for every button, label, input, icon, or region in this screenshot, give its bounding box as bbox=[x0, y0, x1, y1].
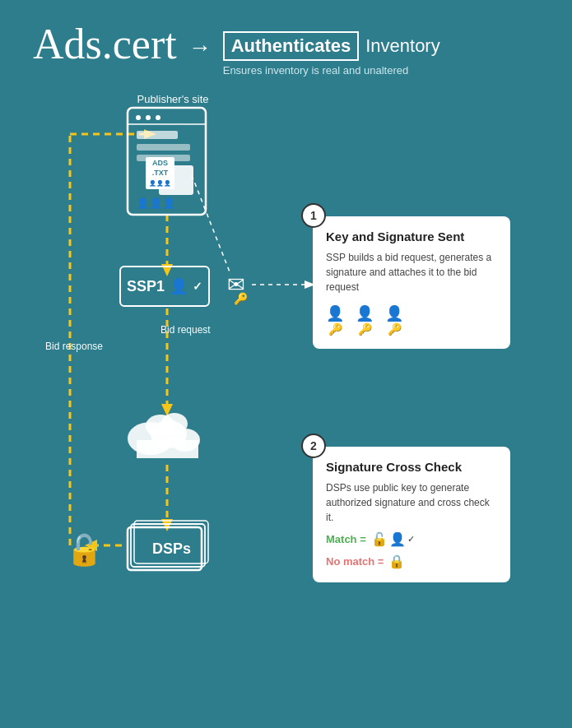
diagram: 👤 👤 👤 DSPs Publisher's site ADS.TXT👤👤👤 S… bbox=[0, 85, 572, 710]
svg-text:DSPs: DSPs bbox=[152, 540, 191, 557]
envelope-key-icon: 🔑 bbox=[234, 292, 248, 305]
person-icon-orange: 👤 bbox=[326, 304, 344, 322]
no-match-label: No match = bbox=[326, 555, 384, 568]
no-match-icons: 🔒 bbox=[388, 554, 405, 569]
svg-rect-20 bbox=[137, 144, 190, 151]
svg-point-26 bbox=[128, 422, 174, 455]
ssp-label: SSP1 bbox=[127, 278, 165, 295]
key-icon-blue: 🔑 bbox=[358, 322, 372, 336]
check-icon: ✓ bbox=[407, 534, 415, 545]
person-key-blue: 👤 🔑 bbox=[356, 304, 374, 336]
svg-point-15 bbox=[136, 115, 141, 120]
svg-point-16 bbox=[146, 115, 151, 120]
person-icon-purple: 👤 bbox=[385, 304, 403, 322]
svg-marker-8 bbox=[161, 519, 173, 531]
lock-icon: 🔓 bbox=[66, 533, 103, 568]
card-2-text: DSPs use public key to generate authoriz… bbox=[326, 480, 497, 525]
svg-text:👤: 👤 bbox=[137, 197, 149, 209]
person-key-purple: 👤 🔑 bbox=[385, 304, 403, 336]
subtitle: Ensures inventory is real and unaltered bbox=[223, 64, 440, 77]
card-1-icons: 👤 🔑 👤 🔑 👤 🔑 bbox=[326, 304, 497, 336]
svg-line-11 bbox=[192, 175, 230, 274]
inventory-label: Inventory bbox=[365, 35, 440, 57]
svg-point-28 bbox=[170, 429, 200, 452]
match-label: Match = bbox=[326, 533, 366, 545]
card-signature-check: 2 Signature Cross Check DSPs use public … bbox=[313, 447, 510, 582]
header: Ads.cert → Authenticates Inventory Ensur… bbox=[0, 0, 572, 85]
svg-rect-32 bbox=[128, 527, 202, 570]
svg-point-17 bbox=[156, 115, 160, 120]
bid-request-label: Bid request bbox=[160, 323, 211, 337]
svg-marker-6 bbox=[161, 404, 173, 416]
svg-text:👤: 👤 bbox=[150, 197, 162, 209]
match-line: Match = 🔓 👤 ✓ bbox=[326, 531, 497, 547]
person-icon-blue: 👤 bbox=[356, 304, 374, 322]
svg-point-27 bbox=[151, 420, 187, 448]
card-key-signature: 1 Key and Signature Sent SSP builds a bi… bbox=[313, 216, 510, 349]
bid-response-label: Bid response bbox=[45, 340, 103, 354]
lock-closed-icon: 🔒 bbox=[388, 554, 405, 569]
header-right: Authenticates Inventory Ensures inventor… bbox=[223, 31, 440, 77]
card-1-title: Key and Signature Sent bbox=[326, 230, 497, 243]
lock-open-icon: 🔓 bbox=[371, 531, 388, 547]
ssp-person-icon: 👤 bbox=[170, 277, 188, 295]
svg-marker-2 bbox=[144, 129, 156, 139]
svg-rect-19 bbox=[137, 131, 178, 139]
svg-rect-33 bbox=[131, 524, 205, 567]
arrow-icon: → bbox=[188, 35, 212, 61]
ssp-box: SSP1 👤 ✓ bbox=[119, 266, 210, 307]
svg-point-30 bbox=[146, 415, 175, 438]
svg-text:👤: 👤 bbox=[163, 197, 175, 209]
svg-rect-34 bbox=[134, 521, 208, 563]
match-icons: 🔓 👤 ✓ bbox=[371, 531, 415, 547]
auth-section: Authenticates Inventory bbox=[223, 31, 440, 61]
svg-rect-29 bbox=[137, 440, 198, 458]
person-key-orange: 👤 🔑 bbox=[326, 304, 344, 336]
svg-point-31 bbox=[161, 413, 188, 434]
publisher-label: Publisher's site bbox=[132, 93, 214, 105]
ssp-check-icon: ✓ bbox=[193, 280, 202, 293]
ads-txt-label: ADS.TXT👤👤👤 bbox=[146, 157, 174, 189]
key-icon-orange: 🔑 bbox=[328, 322, 342, 336]
person-check-icon: 👤 bbox=[389, 531, 406, 547]
card-1-number: 1 bbox=[301, 203, 326, 228]
authenticates-label: Authenticates bbox=[223, 31, 359, 61]
card-1-text: SSP builds a bid request, generates a si… bbox=[326, 250, 497, 294]
card-2-title: Signature Cross Check bbox=[326, 460, 497, 474]
key-icon-purple: 🔑 bbox=[388, 322, 402, 336]
diagram-svg: 👤 👤 👤 DSPs bbox=[0, 85, 572, 710]
no-match-line: No match = 🔒 bbox=[326, 554, 497, 569]
card-2-number: 2 bbox=[301, 434, 326, 458]
app-title: Ads.cert bbox=[33, 23, 177, 66]
